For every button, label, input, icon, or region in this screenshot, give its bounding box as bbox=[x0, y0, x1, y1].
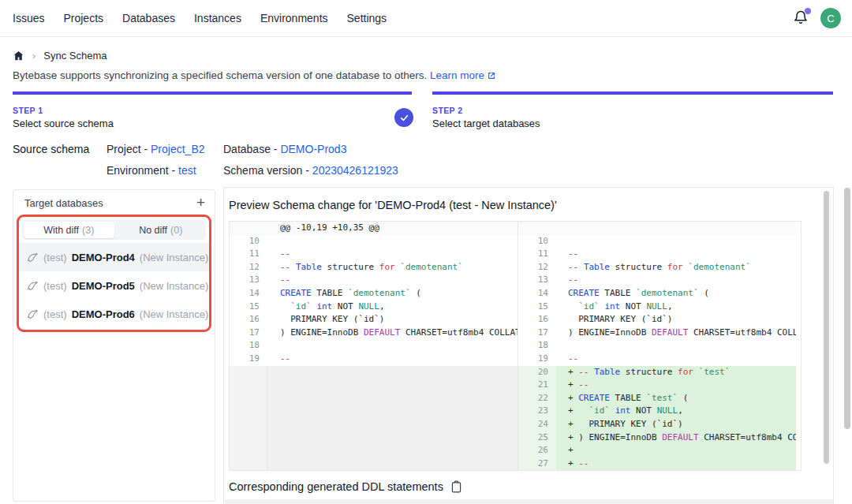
avatar[interactable]: C bbox=[820, 8, 841, 28]
step1-label: STEP 1 bbox=[13, 106, 43, 115]
code-text: CREATE TABLE `demotenant` ( bbox=[556, 287, 801, 301]
diff-line: 17) ENGINE=InnoDB DEFAULT CHARSET=utf8mb… bbox=[518, 327, 801, 340]
code-text: -- bbox=[556, 248, 801, 261]
field-database-name: Database bbox=[223, 143, 271, 155]
ddl-section-title: Corresponding generated DDL statements bbox=[229, 480, 443, 493]
project-link[interactable]: Project_B2 bbox=[151, 143, 204, 155]
line-number: 21 bbox=[518, 379, 556, 392]
diff-line: 11-- bbox=[518, 248, 801, 261]
diff-line: 12-- Table structure for `demotenant` bbox=[230, 261, 518, 274]
line-number: 19 bbox=[230, 353, 267, 366]
code-text bbox=[556, 339, 801, 353]
tab-with-diff-label: With diff bbox=[43, 225, 79, 236]
line-number: 20 bbox=[518, 366, 556, 379]
field-database: Database - DEMO-Prod3 bbox=[223, 143, 346, 155]
learn-more-link[interactable]: Learn more bbox=[430, 69, 484, 81]
diff-line: 25+ ) ENGINE=InnoDB DEFAULT CHARSET=utf8… bbox=[518, 431, 801, 445]
nav-item-settings[interactable]: Settings bbox=[347, 12, 387, 24]
field-project: Project - Project_B2 bbox=[106, 143, 205, 155]
tab-no-diff[interactable]: No diff (0) bbox=[116, 220, 207, 240]
database-name: DEMO-Prod6 bbox=[72, 308, 135, 320]
target-databases-title: Target databases bbox=[24, 197, 103, 209]
intro-text: Bytebase supports synchronizing a specif… bbox=[13, 69, 496, 83]
page-scrollbar[interactable] bbox=[844, 188, 850, 429]
diff-line: 18 bbox=[230, 339, 518, 353]
line-number: 12 bbox=[230, 261, 267, 274]
database-link[interactable]: DEMO-Prod3 bbox=[280, 143, 346, 155]
diff-line: 27+ -- bbox=[518, 457, 801, 471]
hunk-header-text: @@ -10,19 +10,35 @@ bbox=[267, 222, 518, 235]
database-item-demo-prod6[interactable]: (test)DEMO-Prod6(New Instance) bbox=[19, 300, 209, 328]
tab-with-diff[interactable]: With diff (3) bbox=[24, 222, 114, 238]
diff-line: 18 bbox=[518, 339, 801, 353]
nav-item-issues[interactable]: Issues bbox=[13, 12, 44, 24]
top-nav: IssuesProjectsDatabasesInstancesEnvironm… bbox=[0, 0, 852, 37]
notification-badge bbox=[805, 8, 811, 14]
line-number: 18 bbox=[518, 339, 556, 353]
external-link-icon bbox=[487, 71, 496, 83]
step1-complete-check-icon bbox=[394, 108, 413, 127]
diff-line: 13-- bbox=[518, 274, 801, 287]
line-number: 23 bbox=[518, 405, 556, 418]
preview-panel-scrollbar[interactable] bbox=[824, 191, 829, 464]
nav-item-projects[interactable]: Projects bbox=[63, 12, 103, 24]
diff-line: 22+ CREATE TABLE `test` ( bbox=[518, 392, 801, 405]
line-number: 15 bbox=[230, 301, 267, 314]
code-text: PRIMARY KEY (`id`) bbox=[556, 313, 801, 327]
diff-line: 10 bbox=[518, 235, 801, 248]
line-number bbox=[230, 222, 267, 235]
nav-item-databases[interactable]: Databases bbox=[122, 12, 175, 24]
database-item-demo-prod5[interactable]: (test)DEMO-Prod5(New Instance) bbox=[19, 271, 209, 300]
line-number: 16 bbox=[518, 313, 556, 327]
line-number: 18 bbox=[230, 339, 267, 353]
field-schema-version-name: Schema version bbox=[223, 164, 302, 177]
nav-item-environments[interactable]: Environments bbox=[260, 12, 328, 24]
mysql-dolphin-icon bbox=[27, 252, 39, 263]
code-text: ) ENGINE=InnoDB DEFAULT CHARSET=utf8mb4 … bbox=[556, 327, 801, 340]
line-number: 13 bbox=[518, 274, 556, 287]
database-item-demo-prod4[interactable]: (test)DEMO-Prod4(New Instance) bbox=[19, 243, 209, 271]
nav-item-instances[interactable]: Instances bbox=[194, 12, 241, 24]
field-environment-name: Environment bbox=[106, 164, 169, 177]
diff-pane-modified: 1011--12-- Table structure for `demotena… bbox=[518, 222, 801, 470]
line-number: 22 bbox=[518, 392, 556, 405]
database-name: DEMO-Prod5 bbox=[72, 280, 135, 292]
code-text: + -- bbox=[556, 457, 801, 471]
nav-right: C bbox=[793, 8, 841, 28]
diff-line: 19-- bbox=[518, 353, 801, 366]
target-list-highlight: With diff (3) No diff (0) (test)DEMO-Pro… bbox=[17, 215, 211, 332]
main-nav: IssuesProjectsDatabasesInstancesEnvironm… bbox=[13, 12, 387, 24]
diff-filter-tabs: With diff (3) No diff (0) bbox=[22, 220, 206, 240]
code-text: + -- Table structure for `test` bbox=[556, 366, 801, 379]
ddl-editor-top-strip bbox=[225, 499, 833, 504]
step2-progress-bar bbox=[432, 91, 833, 95]
copy-ddl-button[interactable] bbox=[450, 480, 462, 493]
code-text: -- bbox=[267, 274, 518, 287]
source-schema-label: Source schema bbox=[13, 143, 89, 155]
intro-sentence: Bytebase supports synchronizing a specif… bbox=[13, 69, 427, 81]
environment-link[interactable]: test bbox=[178, 164, 196, 177]
schema-diff-editor[interactable]: @@ -10,19 +10,35 @@ 1011--12-- Table str… bbox=[229, 221, 802, 471]
code-text: -- bbox=[267, 248, 518, 261]
home-icon[interactable] bbox=[13, 50, 24, 62]
line-number: 10 bbox=[518, 235, 556, 248]
line-number: 14 bbox=[230, 287, 267, 301]
line-number: 10 bbox=[230, 235, 267, 248]
diff-line: 14CREATE TABLE `demotenant` ( bbox=[518, 287, 801, 301]
tab-with-diff-count: (3) bbox=[82, 225, 94, 236]
diff-inner-scrollbar-track[interactable] bbox=[796, 222, 801, 470]
line-number: 17 bbox=[518, 327, 556, 340]
target-databases-panel: Target databases + With diff (3) No diff… bbox=[13, 189, 215, 502]
code-text: -- Table structure for `demotenant` bbox=[556, 261, 801, 274]
line-number: 13 bbox=[230, 274, 267, 287]
field-environment: Environment - test bbox=[106, 164, 196, 177]
schema-version-link[interactable]: 20230426121923 bbox=[312, 164, 398, 177]
line-number: 16 bbox=[230, 313, 267, 327]
notification-bell-button[interactable] bbox=[793, 9, 810, 27]
database-environment: (test) bbox=[43, 252, 67, 263]
target-database-list: (test)DEMO-Prod4(New Instance) (test)DEM… bbox=[19, 243, 209, 328]
code-text bbox=[267, 235, 518, 248]
add-target-database-button[interactable]: + bbox=[196, 196, 205, 209]
diff-line: 14CREATE TABLE `demotenant` ( bbox=[230, 287, 518, 301]
step1-progress-bar bbox=[13, 91, 412, 95]
